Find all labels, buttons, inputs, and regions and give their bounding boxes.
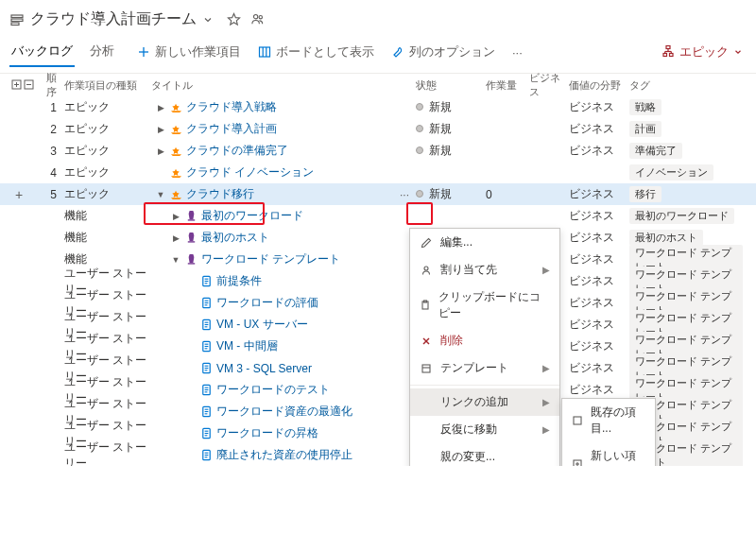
work-item-title-link[interactable]: クラウド イノベーション <box>186 164 314 181</box>
add-child-button[interactable]: + <box>11 187 26 202</box>
menu-move-iteration[interactable]: 反復に移動 ▶ <box>410 416 559 443</box>
submenu-new-item[interactable]: 新しい項目... <box>562 442 655 466</box>
expand-all-icon[interactable] <box>11 79 22 92</box>
row-expander[interactable]: ▼ <box>170 255 181 265</box>
tab-backlog[interactable]: バックログ <box>9 37 75 67</box>
menu-delete[interactable]: 削除 <box>410 327 559 354</box>
tag-chip[interactable]: イノベーション <box>629 164 713 181</box>
menu-assign[interactable]: 割り当て先 ▶ <box>410 256 559 284</box>
col-value-area[interactable]: 価値の分野 <box>569 78 629 93</box>
work-item-title-link[interactable]: 前提条件 <box>216 273 262 289</box>
svg-point-4 <box>253 15 257 19</box>
row-expander[interactable]: ▶ <box>155 146 166 156</box>
menu-template[interactable]: テンプレート ▶ <box>410 354 559 382</box>
epic-icon <box>170 145 182 157</box>
row-expander[interactable]: ▶ <box>170 233 181 243</box>
table-row[interactable]: 機能▶最初のワークロードビジネス最初のワークロード <box>0 205 756 227</box>
work-item-title-link[interactable]: 廃止された資産の使用停止 <box>216 447 352 463</box>
team-people-icon[interactable] <box>249 10 266 28</box>
cell-value-area: ビジネス <box>569 121 629 137</box>
work-item-title-link[interactable]: クラウド導入戦略 <box>186 99 277 115</box>
table-row[interactable]: 3エピック▶クラウドの準備完了新規ビジネス準備完了 <box>0 140 756 162</box>
story-icon <box>200 319 213 331</box>
col-title[interactable]: タイトル <box>151 78 416 93</box>
row-expander[interactable]: ▶ <box>155 103 166 112</box>
row-expander[interactable]: ▶ <box>170 212 181 221</box>
cell-order: 1 <box>38 101 64 114</box>
work-item-title-link[interactable]: クラウドの準備完了 <box>186 143 288 159</box>
cell-value-area: ビジネス <box>569 338 629 354</box>
epic-icon <box>170 188 182 200</box>
cell-state: 新規 <box>416 121 486 137</box>
work-item-title-link[interactable]: VM - 中間層 <box>216 338 278 354</box>
col-type[interactable]: 作業項目の種類 <box>64 78 151 93</box>
tag-chip[interactable]: 戦略 <box>629 99 662 115</box>
new-work-item-button[interactable]: 新しい作業項目 <box>135 40 243 64</box>
work-item-title-link[interactable]: クラウド導入計画 <box>186 121 277 137</box>
row-expander[interactable]: ▼ <box>155 190 166 199</box>
col-tags[interactable]: タグ <box>629 78 743 93</box>
svg-point-62 <box>424 267 428 270</box>
epic-view-selector[interactable]: エピック <box>662 43 743 60</box>
existing-item-icon <box>572 415 583 426</box>
collapse-all-icon[interactable] <box>24 79 34 92</box>
row-expander[interactable]: ▶ <box>155 125 166 134</box>
favorite-star-icon[interactable] <box>225 10 243 28</box>
context-menu: 編集... 割り当て先 ▶ クリップボードにコピー 削除 テンプレート ▶ リン… <box>409 228 560 466</box>
epic-icon <box>170 166 182 179</box>
delete-icon <box>420 336 433 347</box>
chevron-right-icon: ▶ <box>542 265 550 275</box>
more-toolbar-button[interactable]: ··· <box>510 42 524 63</box>
svg-marker-3 <box>228 13 239 25</box>
menu-add-link[interactable]: リンクの追加 ▶ <box>410 388 559 416</box>
col-order[interactable]: 順序 <box>38 71 64 99</box>
submenu-existing-item[interactable]: 既存の項目... <box>562 399 655 442</box>
cell-type: 機能 <box>64 208 151 224</box>
cell-type: エピック <box>64 164 151 181</box>
tag-chip[interactable]: 準備完了 <box>629 143 682 159</box>
cell-value-area: ビジネス <box>569 295 629 311</box>
tab-analytics[interactable]: 分析 <box>88 37 116 67</box>
menu-change-parent[interactable]: 親の変更... <box>410 443 559 466</box>
col-business[interactable]: ビジネス <box>529 71 569 99</box>
tag-chip[interactable]: 最初のワークロード <box>629 208 734 224</box>
work-item-title-link[interactable]: ワークロードの昇格 <box>216 425 318 441</box>
work-item-title-link[interactable]: 最初のワークロード <box>201 208 303 224</box>
work-item-title-link[interactable]: 最初のホスト <box>201 230 269 246</box>
menu-edit[interactable]: 編集... <box>410 229 559 256</box>
tag-chip[interactable]: 計画 <box>629 121 662 137</box>
chevron-right-icon: ▶ <box>542 363 550 373</box>
work-item-title-link[interactable]: ワークロードのテスト <box>216 382 330 398</box>
story-icon <box>200 275 213 287</box>
table-row[interactable]: 2エピック▶クラウド導入計画新規ビジネス計画 <box>0 118 756 140</box>
table-row[interactable]: +5エピック▼クラウド移行···新規0ビジネス移行 <box>0 183 756 205</box>
svg-rect-11 <box>666 45 670 48</box>
cell-value-area: ビジネス <box>569 186 629 202</box>
backlog-icon <box>9 12 25 27</box>
cell-state: 新規 <box>416 186 486 202</box>
epic-icon <box>170 101 182 113</box>
work-item-title-link[interactable]: クラウド移行 <box>186 186 254 202</box>
work-item-title-link[interactable]: VM 3 - SQL Server <box>216 362 312 375</box>
table-row[interactable]: 4エピッククラウド イノベーションイノベーション <box>0 162 756 183</box>
pencil-icon <box>420 237 433 249</box>
team-dropdown[interactable] <box>202 14 214 26</box>
new-item-icon <box>572 458 583 466</box>
tag-chip[interactable]: 最初のホスト <box>629 230 703 246</box>
feature-icon <box>185 210 198 222</box>
cell-value-area: ビジネス <box>569 382 629 398</box>
view-as-board-button[interactable]: ボードとして表示 <box>256 40 376 64</box>
row-more-button[interactable]: ··· <box>393 188 416 201</box>
col-effort[interactable]: 作業量 <box>486 78 529 93</box>
work-item-title-link[interactable]: ワークロードの評価 <box>216 295 318 311</box>
svg-rect-2 <box>11 23 19 26</box>
table-row[interactable]: 1エピック▶クラウド導入戦略新規ビジネス戦略 <box>0 96 756 118</box>
column-options-button[interactable]: 列のオプション <box>389 40 497 64</box>
col-state[interactable]: 状態 <box>416 78 486 93</box>
menu-copy[interactable]: クリップボードにコピー <box>410 284 559 327</box>
work-item-title-link[interactable]: ワークロード資産の最適化 <box>216 404 352 420</box>
work-item-title-link[interactable]: ワークロード テンプレート <box>201 251 340 267</box>
tag-chip[interactable]: 移行 <box>629 186 662 202</box>
wrench-icon <box>391 45 404 59</box>
work-item-title-link[interactable]: VM - UX サーバー <box>216 317 308 333</box>
